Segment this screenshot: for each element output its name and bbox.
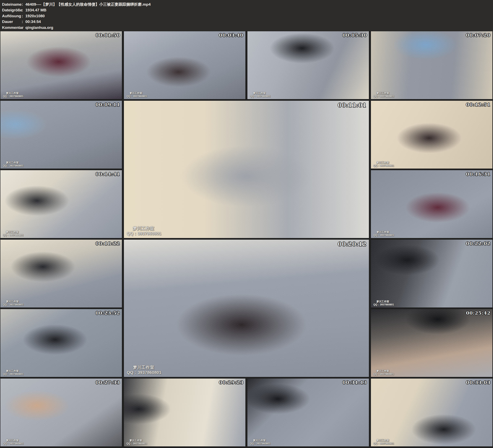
separator: : (22, 25, 25, 31)
studio-watermark-contact: QQ：3937860801 (3, 95, 23, 98)
studio-watermark-name: 梦川工作室 (250, 439, 270, 442)
studio-watermark: 梦川工作室QQ：3937860801 (373, 370, 394, 376)
timestamp-overlay: 00:31:13 (342, 380, 367, 385)
duration-label: Dauer (2, 19, 22, 24)
file-info-row-filesize: Dateigröße : 1934.47 MB (2, 7, 493, 13)
video-thumbnail: 00:18:22梦川工作室QQ：3937860801 (0, 240, 122, 307)
studio-watermark-name: 梦川工作室 (373, 300, 394, 303)
timestamp-overlay: 00:11:01 (338, 102, 367, 108)
video-thumbnail: 00:25:42梦川工作室QQ：3937860801 (371, 309, 493, 377)
studio-watermark-name: 梦川工作室 (373, 92, 394, 95)
studio-watermark: 梦川工作室QQ：3937860801 (250, 439, 270, 445)
studio-watermark-name: 梦川工作室 (126, 439, 147, 442)
studio-watermark-contact: QQ：3937860801 (373, 373, 394, 376)
comment-label: Kommentar (2, 25, 22, 31)
studio-watermark-contact: QQ：3937860801 (373, 234, 394, 237)
studio-watermark-name: 梦川工作室 (250, 92, 270, 95)
studio-watermark: 梦川工作室QQ：3937860801 (373, 439, 394, 445)
studio-watermark-name: 梦川工作室 (127, 365, 161, 370)
studio-watermark-contact: QQ：3937860801 (127, 231, 161, 236)
video-thumbnail: 00:20:12梦川工作室QQ：3937860801 (124, 240, 369, 377)
timestamp-overlay: 00:29:23 (219, 380, 244, 385)
studio-watermark-name: 梦川工作室 (127, 226, 161, 231)
studio-watermark-contact: QQ：3937860801 (126, 95, 147, 98)
timestamp-overlay: 00:22:02 (466, 241, 491, 246)
studio-watermark: 梦川工作室QQ：3937860801 (127, 365, 161, 375)
studio-watermark-name: 梦川工作室 (373, 161, 394, 164)
studio-watermark-name: 梦川工作室 (3, 92, 23, 95)
filesize-value: 1934.47 MB (25, 7, 493, 13)
timestamp-overlay: 00:09:11 (95, 102, 120, 107)
video-thumbnail: 00:01:50梦川工作室QQ：3937860801 (0, 31, 122, 99)
studio-watermark-name: 梦川工作室 (3, 161, 23, 164)
studio-watermark-name: 梦川工作室 (3, 231, 23, 234)
filesize-label: Dateigröße (2, 7, 22, 13)
resolution-label: Auflösung (2, 13, 22, 19)
studio-watermark: 梦川工作室QQ：3937860801 (3, 161, 23, 167)
studio-watermark: 梦川工作室QQ：3937860801 (3, 370, 23, 376)
studio-watermark-name: 梦川工作室 (3, 300, 23, 303)
studio-watermark: 梦川工作室QQ：3937860801 (127, 226, 161, 236)
timestamp-overlay: 00:05:30 (342, 32, 367, 38)
studio-watermark-contact: QQ：3937860801 (373, 303, 394, 306)
studio-watermark-contact: QQ：3937860801 (373, 442, 394, 445)
separator: : (22, 2, 25, 7)
studio-watermark: 梦川工作室QQ：3937860801 (3, 92, 23, 98)
timestamp-overlay: 00:18:22 (95, 241, 120, 246)
studio-watermark-contact: QQ：3937860801 (126, 442, 147, 445)
video-thumbnail: 00:11:01梦川工作室QQ：3937860801 (124, 101, 369, 238)
studio-watermark: 梦川工作室QQ：3937860801 (3, 439, 23, 445)
separator: : (22, 19, 25, 24)
timestamp-overlay: 00:14:41 (95, 171, 120, 177)
studio-watermark-name: 梦川工作室 (3, 370, 23, 373)
studio-watermark-name: 梦川工作室 (126, 92, 147, 95)
resolution-value: 1920x1080 (25, 13, 493, 19)
studio-watermark-name: 梦川工作室 (373, 231, 394, 234)
studio-watermark: 梦川工作室QQ：3937860801 (126, 439, 147, 445)
studio-watermark-contact: QQ：3937860801 (250, 95, 270, 98)
studio-watermark: 梦川工作室QQ：3937860801 (3, 300, 23, 306)
studio-watermark-name: 梦川工作室 (3, 439, 23, 442)
filename-value: 46409----【梦川】【性感女人的致命情债】小三被正妻跟踪捆绑折磨.mp4 (25, 2, 493, 7)
studio-watermark-contact: QQ：3937860801 (250, 442, 270, 445)
video-thumbnail: 00:27:33梦川工作室QQ：3937860801 (0, 379, 122, 446)
comment-value: qinglanhua.org (25, 25, 493, 31)
file-info-row-comment: Kommentar : qinglanhua.org (2, 25, 493, 31)
studio-watermark: 梦川工作室QQ：3937860801 (373, 161, 394, 167)
video-thumbnail: 00:03:40梦川工作室QQ：3937860801 (124, 31, 245, 99)
timestamp-overlay: 00:12:51 (466, 102, 491, 107)
studio-watermark: 梦川工作室QQ：3937860801 (3, 231, 23, 237)
file-info-row-filename: Dateiname : 46409----【梦川】【性感女人的致命情债】小三被正… (2, 2, 493, 7)
separator: : (22, 13, 25, 19)
duration-value: 00:34:54 (25, 19, 493, 24)
studio-watermark-contact: QQ：3937860801 (3, 442, 23, 445)
filename-label: Dateiname (2, 2, 22, 7)
timestamp-overlay: 00:33:03 (466, 380, 491, 385)
video-thumbnail: 00:29:23梦川工作室QQ：3937860801 (124, 379, 245, 446)
timestamp-overlay: 00:27:33 (95, 380, 120, 385)
studio-watermark-contact: QQ：3937860801 (373, 164, 394, 167)
studio-watermark-contact: QQ：3937860801 (373, 95, 394, 98)
video-thumbnail: 00:31:13梦川工作室QQ：3937860801 (247, 379, 369, 446)
video-thumbnail: 00:16:31梦川工作室QQ：3937860801 (371, 170, 493, 238)
video-thumbnail: 00:09:11梦川工作室QQ：3937860801 (0, 101, 122, 168)
video-thumbnail: 00:07:20梦川工作室QQ：3937860801 (371, 31, 493, 99)
studio-watermark-contact: QQ：3937860801 (127, 370, 161, 375)
file-info-row-resolution: Auflösung : 1920x1080 (2, 13, 493, 19)
studio-watermark-contact: QQ：3937860801 (3, 164, 23, 167)
thumbnail-grid: 00:01:50梦川工作室QQ：393786080100:03:40梦川工作室Q… (0, 31, 493, 448)
file-info-header: Dateiname : 46409----【梦川】【性感女人的致命情债】小三被正… (0, 0, 493, 31)
video-thumbnail: 00:05:30梦川工作室QQ：3937860801 (247, 31, 369, 99)
separator: : (22, 7, 25, 13)
studio-watermark: 梦川工作室QQ：3937860801 (373, 231, 394, 237)
timestamp-overlay: 00:20:12 (338, 241, 367, 247)
studio-watermark-contact: QQ：3937860801 (3, 303, 23, 306)
studio-watermark-contact: QQ：3937860801 (3, 373, 23, 376)
timestamp-overlay: 00:25:42 (466, 310, 491, 316)
timestamp-overlay: 00:03:40 (219, 32, 244, 38)
studio-watermark: 梦川工作室QQ：3937860801 (250, 92, 270, 98)
video-thumbnail: 00:14:41梦川工作室QQ：3937860801 (0, 170, 122, 238)
timestamp-overlay: 00:23:52 (95, 310, 120, 316)
studio-watermark: 梦川工作室QQ：3937860801 (126, 92, 147, 98)
file-info-row-duration: Dauer : 00:34:54 (2, 19, 493, 24)
